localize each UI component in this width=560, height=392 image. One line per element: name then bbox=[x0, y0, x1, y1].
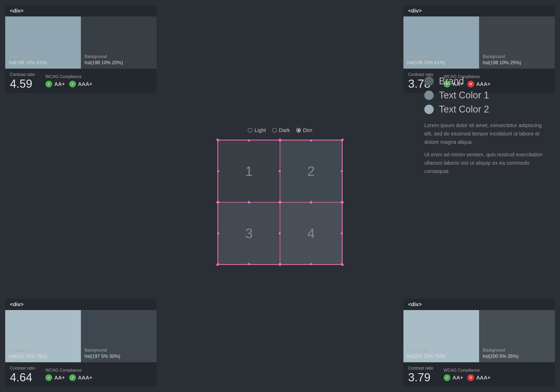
card-bl-tag: <div> bbox=[5, 299, 157, 310]
swatch-bl-fg: Foreground hsl(202 15% 75%) bbox=[5, 310, 81, 362]
legend-dot-brand bbox=[424, 76, 434, 86]
badge-tl-aaa-icon: ✓ bbox=[69, 81, 76, 87]
swatch-tl-bg-label: Background bbox=[85, 54, 153, 59]
badge-br-aa-icon: ✓ bbox=[444, 374, 450, 381]
contrast-bl-label: Contrast ratio bbox=[10, 366, 35, 371]
badge-br-aa-label: AA+ bbox=[452, 375, 463, 381]
badge-tl-aaa: ✓ AAA+ bbox=[69, 81, 92, 87]
color-swatches-tl: Foreground hsl(199 10% 61%) Background h… bbox=[5, 16, 157, 69]
handle-c1-ml bbox=[217, 170, 219, 172]
badge-tl-aa: ✓ AA+ bbox=[45, 81, 65, 87]
swatch-tl-fg-label: Foreground bbox=[9, 54, 77, 59]
grid-cell-3: 3 bbox=[218, 202, 280, 264]
grid-cell-1: 1 bbox=[218, 140, 280, 202]
card-bottom-right: <div> Foreground hsl(202 15% 75%) Backgr… bbox=[403, 299, 555, 387]
radio-dim-circle bbox=[296, 128, 301, 133]
badge-bl-aaa: ✓ AAA+ bbox=[69, 374, 92, 381]
swatch-br-bg: Background hsl(200 5% 35%) bbox=[479, 310, 555, 362]
legend-dot-text2 bbox=[424, 105, 434, 114]
swatch-br-bg-value: hsl(200 5% 35%) bbox=[483, 354, 551, 359]
contrast-br-label: Contrast ratio bbox=[408, 366, 433, 371]
card-tl-footer: Contrast ratio 4.59 WCAG Compliance ✓ AA… bbox=[5, 69, 157, 93]
handle-c1-tm bbox=[248, 139, 250, 141]
handle-c4-bl bbox=[279, 263, 281, 265]
badge-bl-aaa-label: AAA+ bbox=[78, 375, 92, 381]
badge-tl-aaa-label: AAA+ bbox=[78, 81, 92, 87]
handle-c2-tr bbox=[341, 139, 343, 141]
swatch-tl-bg: Background hsl(198 10% 20%) bbox=[81, 16, 157, 69]
card-bottom-left: <div> Foreground hsl(202 15% 75%) Backgr… bbox=[5, 299, 157, 387]
wcag-br-badges: ✓ AA+ ✕ AAA+ bbox=[444, 374, 491, 381]
color-swatches-br: Foreground hsl(202 15% 75%) Background h… bbox=[403, 310, 555, 362]
handle-c3-tm bbox=[248, 201, 250, 204]
contrast-bl-value: 4.64 bbox=[10, 372, 35, 383]
contrast-br: Contrast ratio 3.79 bbox=[408, 366, 433, 383]
right-panel: Brand Text Color 1 Text Color 2 Lorem ip… bbox=[409, 0, 560, 190]
swatch-bl-fg-value: hsl(202 15% 75%) bbox=[9, 354, 77, 359]
handle-c3-bl bbox=[217, 263, 219, 265]
handle-c4-tl bbox=[279, 201, 281, 204]
card-bl-footer: Contrast ratio 4.64 WCAG Compliance ✓ AA… bbox=[5, 362, 157, 387]
badge-bl-aaa-icon: ✓ bbox=[69, 374, 76, 381]
grid-cell-1-label: 1 bbox=[245, 163, 253, 179]
contrast-bl: Contrast ratio 4.64 bbox=[10, 366, 35, 383]
color-swatches-bl: Foreground hsl(202 15% 75%) Background h… bbox=[5, 310, 157, 362]
radio-dim[interactable]: Dim bbox=[296, 127, 312, 133]
radio-dark-circle bbox=[272, 128, 277, 133]
wcag-br: WCAG Compliance ✓ AA+ ✕ AAA+ bbox=[444, 368, 491, 381]
grid-cell-4: 4 bbox=[280, 202, 342, 264]
handle-c4-bm bbox=[310, 263, 312, 265]
legend-item-text2: Text Color 2 bbox=[424, 104, 550, 115]
legend-label-text2: Text Color 2 bbox=[439, 104, 489, 115]
handle-c4-tr bbox=[341, 201, 343, 204]
swatch-tl-fg-value: hsl(199 10% 61%) bbox=[9, 60, 77, 66]
badge-tl-aa-label: AA+ bbox=[54, 81, 65, 87]
grid-cell-2: 2 bbox=[280, 140, 342, 202]
swatch-br-fg: Foreground hsl(202 15% 75%) bbox=[403, 310, 479, 362]
grid-cell-4-label: 4 bbox=[307, 225, 315, 241]
swatch-br-fg-value: hsl(202 15% 75%) bbox=[407, 354, 475, 359]
radio-light-circle bbox=[248, 128, 252, 133]
swatch-bl-fg-label: Foreground bbox=[9, 348, 77, 353]
lorem-text: Lorem ipsum dolor sit amet, consectetur … bbox=[424, 121, 550, 175]
swatch-bl-bg-value: hsl(197 5% 30%) bbox=[85, 354, 153, 359]
grid-wrapper: 1 2 3 bbox=[217, 140, 343, 265]
badge-bl-aa: ✓ AA+ bbox=[45, 374, 65, 381]
wcag-bl-label: WCAG Compliance bbox=[45, 368, 92, 373]
radio-dark-label: Dark bbox=[279, 127, 290, 133]
wcag-tl: WCAG Compliance ✓ AA+ ✓ AAA+ bbox=[45, 74, 92, 87]
contrast-tl: Contrast ratio 4.59 bbox=[10, 72, 35, 90]
contrast-br-value: 3.79 bbox=[408, 372, 433, 383]
card-tl-tag: <div> bbox=[5, 5, 157, 16]
lorem-p2: Ut enim ad minim veniam, quis nostrud ex… bbox=[424, 150, 550, 175]
card-br-footer: Contrast ratio 3.79 WCAG Compliance ✓ AA… bbox=[403, 362, 555, 387]
handle-c1-tl bbox=[217, 139, 219, 141]
legend-label-text1: Text Color 1 bbox=[439, 90, 489, 101]
badge-br-aaa-icon: ✕ bbox=[467, 374, 474, 381]
theme-radio-group: Light Dark Dim bbox=[248, 127, 312, 133]
layout-grid: 1 2 3 bbox=[217, 140, 343, 265]
handle-c4-mr bbox=[341, 232, 343, 234]
card-br-tag: <div> bbox=[403, 299, 555, 310]
radio-light-label: Light bbox=[254, 127, 266, 133]
card-top-left: <div> Foreground hsl(199 10% 61%) Backgr… bbox=[5, 5, 157, 93]
radio-light[interactable]: Light bbox=[248, 127, 266, 133]
wcag-br-label: WCAG Compliance bbox=[444, 368, 491, 373]
badge-bl-aa-icon: ✓ bbox=[45, 374, 52, 381]
swatch-tl-bg-value: hsl(198 10% 20%) bbox=[85, 60, 153, 66]
wcag-tl-badges: ✓ AA+ ✓ AAA+ bbox=[45, 81, 92, 87]
swatch-bl-bg-label: Background bbox=[85, 348, 153, 353]
radio-dim-label: Dim bbox=[303, 127, 312, 133]
grid-cell-3-label: 3 bbox=[245, 225, 253, 241]
handle-c3-tl bbox=[217, 201, 219, 204]
radio-dark[interactable]: Dark bbox=[272, 127, 290, 133]
contrast-tl-value: 4.59 bbox=[10, 78, 35, 90]
contrast-tl-label: Contrast ratio bbox=[10, 72, 35, 77]
legend-dot-text1 bbox=[424, 91, 434, 100]
handle-c2-mr bbox=[341, 170, 343, 172]
handle-c3-ml bbox=[217, 232, 219, 234]
grid-cell-2-label: 2 bbox=[307, 163, 315, 179]
wcag-tl-label: WCAG Compliance bbox=[45, 74, 92, 79]
handle-c2-tm bbox=[310, 139, 312, 141]
wcag-bl-badges: ✓ AA+ ✓ AAA+ bbox=[45, 374, 92, 381]
